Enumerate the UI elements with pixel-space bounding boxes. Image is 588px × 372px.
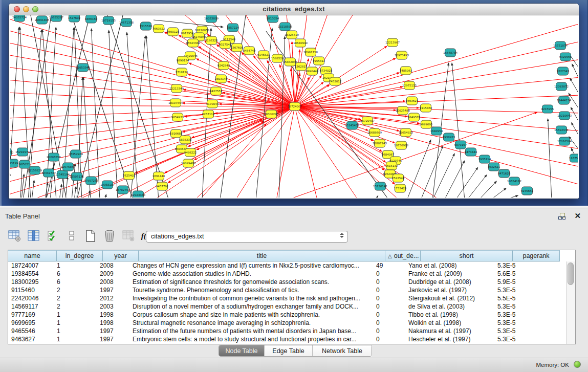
tab-network-table[interactable]: Network Table [313, 345, 372, 356]
network-selector-dropdown[interactable]: citations_edges.txt [146, 231, 348, 243]
column-header-out_de[interactable]: △out_de... [385, 250, 421, 261]
window-titlebar[interactable]: citations_edges.txt [9, 4, 579, 15]
graph-node[interactable]: 10719155 [101, 16, 116, 25]
graph-node[interactable]: 11156829 [28, 166, 42, 174]
graph-node[interactable]: 12923448 [131, 191, 145, 198]
graph-node[interactable]: 9170044 [206, 100, 219, 108]
graph-node[interactable]: 16961758 [303, 48, 318, 56]
graph-node[interactable]: 18107554 [168, 99, 183, 107]
table-row[interactable]: 946362711997Embryonic stem cells: a mode… [8, 335, 566, 343]
table-row[interactable]: 1456911722003Disruption of a novel membe… [8, 302, 566, 311]
table-row[interactable]: 1872400712008Changes of HCN gene express… [8, 261, 566, 270]
graph-node[interactable]: 18724007 [288, 102, 302, 111]
graph-node[interactable]: 7625402 [123, 171, 136, 180]
graph-node[interactable]: 8938923 [443, 133, 455, 141]
scrollbar-thumb[interactable] [568, 262, 574, 285]
column-header-short[interactable]: short [421, 250, 513, 261]
graph-node[interactable]: 9227343 [557, 67, 570, 75]
table-row[interactable]: 969969511998Structural magnetic resonanc… [8, 319, 566, 327]
graph-node[interactable]: 19958187 [100, 181, 115, 189]
graph-node[interactable]: 985051 [19, 160, 30, 168]
graph-node[interactable]: 7515526 [140, 22, 153, 30]
graph-node[interactable]: 9849576 [408, 113, 421, 121]
graph-node[interactable]: 9463627 [406, 97, 419, 105]
graph-node[interactable]: 1615132 [385, 162, 398, 170]
graph-node[interactable]: 2935114 [478, 155, 491, 163]
table-row[interactable]: 1938455462009Genome-wide association stu… [8, 270, 566, 278]
graph-node[interactable]: 8466160 [85, 15, 98, 23]
graph-node[interactable]: 16782753 [116, 186, 130, 194]
graph-node[interactable]: 9660128 [167, 28, 180, 36]
graph-node[interactable]: 7857224 [227, 24, 239, 32]
graph-node[interactable]: 8471626 [498, 169, 511, 178]
graph-node[interactable]: 9327548 [219, 40, 232, 49]
graph-node[interactable]: 10655287 [49, 15, 63, 21]
graph-node[interactable]: 12342737 [41, 169, 56, 177]
table-row[interactable]: 977716911998Corpus callosum shape and si… [8, 311, 566, 319]
graph-node[interactable]: 14671358 [119, 18, 134, 27]
graph-node[interactable]: 18300295 [264, 110, 278, 118]
graph-node[interactable]: 17016504 [557, 137, 572, 145]
graph-node[interactable]: 16648784 [443, 49, 458, 57]
graph-node[interactable]: 7955812 [313, 57, 325, 65]
column-header-name[interactable]: name [8, 250, 57, 261]
graph-node[interactable]: 17957253 [84, 177, 98, 185]
graph-node[interactable]: 10688609 [367, 128, 382, 137]
tab-node-table[interactable]: Node Table [219, 345, 265, 356]
vertical-scrollbar[interactable] [566, 261, 575, 344]
graph-node[interactable]: 15292974 [15, 148, 30, 156]
graph-node[interactable]: 9890134 [177, 56, 189, 64]
graph-node[interactable]: 2803144 [215, 75, 228, 83]
graph-node[interactable]: 19654923 [399, 128, 413, 137]
graph-node[interactable]: 9457791 [156, 182, 169, 190]
graph-node[interactable]: 20206556 [47, 153, 61, 161]
table-settings-icon[interactable] [8, 229, 22, 243]
graph-node[interactable]: 5878338 [179, 136, 192, 144]
new-table-icon[interactable] [83, 229, 98, 243]
graph-node[interactable]: 7663822 [153, 25, 165, 33]
graph-node[interactable]: 2367608 [231, 43, 244, 52]
graph-node[interactable]: 12505135 [70, 172, 84, 181]
select-rows-icon[interactable] [46, 229, 60, 243]
graph-node[interactable]: 19218596 [278, 23, 292, 31]
graph-node[interactable]: 10654112 [507, 177, 521, 185]
graph-node[interactable]: 12444154 [557, 96, 571, 104]
graph-node[interactable]: 10025488 [396, 106, 410, 115]
table-row[interactable]: 2242004622012Investigating the contribut… [8, 294, 566, 302]
graph-node[interactable]: 15720407 [360, 117, 375, 125]
graph-node[interactable]: 9474444 [465, 148, 477, 156]
graph-node[interactable]: 9245652 [521, 187, 534, 195]
column-header-title[interactable]: title [139, 250, 385, 261]
graph-node[interactable]: 8990448 [306, 67, 319, 75]
network-canvas[interactable]: 2405572420691406106552871527602846616010… [10, 15, 578, 198]
graph-node[interactable]: 16099488 [181, 159, 195, 167]
table-row[interactable]: 946554611997Estimation of the future num… [8, 327, 566, 335]
graph-node[interactable]: 1527602 [68, 15, 81, 22]
graph-node[interactable]: 9146821 [257, 51, 270, 59]
graph-node[interactable]: 8454749 [243, 47, 256, 55]
graph-node[interactable]: 15136141 [373, 182, 387, 190]
column-header-year[interactable]: year [103, 250, 139, 261]
graph-node[interactable]: 933199 [10, 159, 18, 167]
graph-node[interactable]: 7452012 [329, 77, 342, 85]
graph-node[interactable]: 2718126 [176, 68, 188, 76]
column-header-pagerank[interactable]: pagerank [513, 250, 560, 261]
graph-node[interactable]: 12213349 [169, 84, 184, 93]
graph-node[interactable]: 12213967 [385, 38, 400, 47]
delete-table-icon[interactable] [121, 229, 136, 243]
graph-node[interactable]: 9654933 [171, 113, 184, 121]
graph-node[interactable]: 10973493 [395, 51, 409, 59]
graph-node[interactable]: 1588520 [271, 54, 284, 62]
graph-node[interactable]: 1167534 [569, 154, 578, 162]
tab-edge-table[interactable]: Edge Table [265, 345, 313, 356]
graph-node[interactable]: 9242848 [217, 61, 230, 70]
graph-node[interactable]: 15692931 [554, 126, 569, 134]
graph-node[interactable]: 10210643 [557, 112, 572, 120]
graph-node[interactable]: 20691406 [35, 16, 49, 24]
graph-node[interactable]: 12975115 [402, 81, 417, 90]
delete-rows-icon[interactable] [102, 229, 117, 243]
graph-node[interactable]: 18640910 [293, 39, 308, 47]
graph-node[interactable]: 17359924 [69, 150, 83, 158]
graph-node[interactable]: 15145451 [345, 121, 359, 129]
graph-node[interactable]: 9115460 [420, 104, 432, 112]
